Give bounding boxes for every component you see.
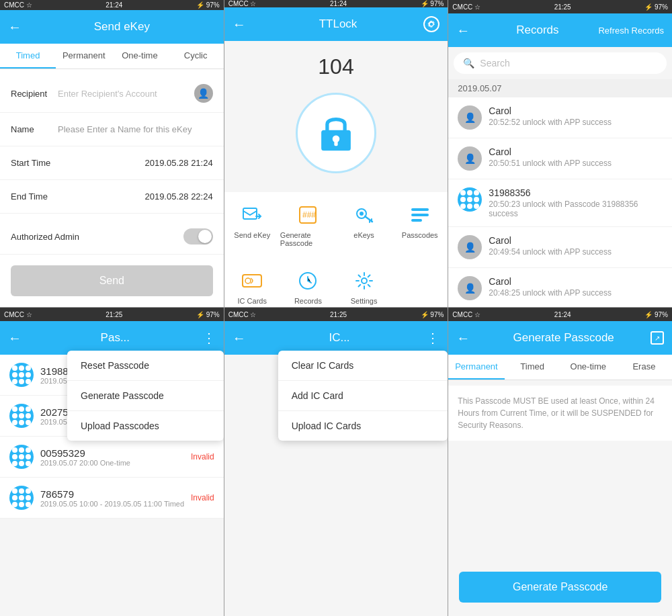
send-button[interactable]: Send — [11, 265, 213, 296]
dropdown-upload-passcodes[interactable]: Upload Passcodes — [67, 411, 224, 441]
svg-rect-10 — [411, 219, 422, 222]
screen3-title: Records — [476, 24, 598, 37]
passcode-icon-0 — [9, 363, 34, 387]
record-item-1: 👤 Carol 20:50:51 unlock with APP success — [448, 138, 672, 179]
screen-send-ekey: CMCC ☆ 21:24 ⚡ 97% ← Send eKey Timed Per… — [0, 0, 224, 307]
generate-passcode-button[interactable]: Generate Passcode — [459, 572, 661, 603]
authorized-toggle-row: Authorized Admin — [0, 219, 224, 255]
svg-rect-8 — [411, 208, 429, 211]
record-info-3: Carol 20:49:54 unlock with APP success — [489, 235, 612, 257]
contact-icon[interactable]: 👤 — [194, 84, 213, 103]
screen-records: CMCC ☆ 21:25 ⚡ 97% ← Records Refresh Rec… — [448, 0, 672, 307]
svg-point-14 — [362, 278, 367, 283]
dropdown-clear-ic-cards[interactable]: Clear IC Cards — [278, 351, 448, 381]
menu-send-ekey-label: Send eKey — [234, 231, 270, 239]
gen-tab-one-time[interactable]: One-time — [560, 355, 616, 380]
ttlock-menu: Send eKey ### Generate Passcode eKeys — [224, 192, 448, 307]
record-time-1: 20:50:51 unlock with APP success — [489, 159, 612, 168]
send-ekey-icon — [240, 203, 264, 227]
status-time-3: 21:25 — [554, 3, 571, 11]
record-item-0: 👤 Carol 20:52:52 unlock with APP success — [448, 97, 672, 138]
dropdown-generate-passcode[interactable]: Generate Passcode — [67, 381, 224, 411]
record-info-2: 31988356 20:50:23 unlock with Passcode 3… — [489, 187, 663, 218]
status-bar-5: CMCC ☆ 21:25 ⚡ 97% — [224, 308, 448, 321]
more-button-5[interactable]: ⋮ — [426, 330, 439, 346]
menu-records[interactable]: Records — [280, 258, 336, 307]
screen2-title: TTLock — [253, 17, 424, 31]
menu-settings[interactable]: Settings — [336, 258, 392, 307]
passcode-dropdown: Reset Passcode Generate Passcode Upload … — [67, 351, 224, 441]
menu-generate-passcode[interactable]: ### Generate Passcode — [280, 192, 336, 258]
back-button-5[interactable]: ← — [233, 331, 246, 346]
back-button-3[interactable]: ← — [456, 23, 470, 38]
passcode-icon-1 — [9, 404, 34, 428]
gen-tab-timed[interactable]: Timed — [505, 355, 560, 380]
status-bar-6: CMCC ☆ 21:24 ⚡ 97% — [448, 308, 672, 321]
status-battery-5: ⚡ 97% — [421, 311, 444, 318]
authorized-toggle[interactable] — [183, 228, 213, 245]
tab-cyclic[interactable]: Cyclic — [168, 44, 224, 69]
menu-ic-cards[interactable]: IC Cards — [224, 258, 280, 307]
record-item-3: 👤 Carol 20:49:54 unlock with APP success — [448, 227, 672, 268]
recipient-row: Recipient 👤 — [0, 75, 224, 113]
record-time-3: 20:49:54 unlock with APP success — [489, 247, 612, 257]
svg-rect-3 — [243, 208, 257, 219]
record-time-4: 20:48:25 unlock with APP success — [489, 288, 612, 298]
menu-passcodes[interactable]: Passcodes — [392, 192, 448, 258]
search-bar[interactable]: 🔍 Search — [454, 52, 667, 74]
camera-icon[interactable] — [423, 16, 439, 32]
bottom-row: CMCC ☆ 21:25 ⚡ 97% ← Pas... ⋮ 31988356 2… — [0, 308, 672, 616]
recipient-input[interactable] — [58, 89, 194, 99]
back-button-4[interactable]: ← — [8, 331, 22, 346]
back-button-1[interactable]: ← — [8, 19, 22, 35]
passcode-icon-3 — [9, 486, 34, 510]
svg-point-12 — [245, 278, 251, 283]
record-avatar-4: 👤 — [458, 276, 482, 300]
status-carrier-6: CMCC ☆ — [452, 311, 480, 318]
top-row: CMCC ☆ 21:24 ⚡ 97% ← Send eKey Timed Per… — [0, 0, 672, 308]
invalid-badge-3: Invalid — [191, 493, 214, 502]
dropdown-upload-ic-cards[interactable]: Upload IC Cards — [278, 411, 448, 441]
screen-ttlock: CMCC ☆ 21:24 ⚡ 97% ← TTLock 104 — [224, 0, 449, 307]
menu-send-ekey[interactable]: Send eKey — [224, 192, 280, 258]
record-name-4: Carol — [489, 276, 612, 287]
status-bar-3: CMCC ☆ 21:25 ⚡ 97% — [448, 0, 672, 13]
lock-number: 104 — [224, 41, 448, 86]
dropdown-reset-passcode[interactable]: Reset Passcode — [67, 351, 224, 381]
screen5-title: IC... — [253, 331, 427, 345]
dropdown-add-ic-card[interactable]: Add IC Card — [278, 381, 448, 411]
gen-spacer — [448, 441, 672, 572]
record-time-0: 20:52:52 unlock with APP success — [489, 118, 612, 127]
menu-ekeys[interactable]: eKeys — [336, 192, 392, 258]
send-ekey-form: Recipient 👤 Name Please Enter a Name for… — [0, 75, 224, 214]
main-container: CMCC ☆ 21:24 ⚡ 97% ← Send eKey Timed Per… — [0, 0, 672, 616]
lock-icon-container — [224, 86, 448, 187]
tab-permanent[interactable]: Permanent — [56, 44, 112, 69]
start-time-row: Start Time 2019.05.28 21:24 — [0, 146, 224, 180]
status-time-4: 21:25 — [106, 311, 122, 318]
passcodes-icon — [408, 203, 432, 227]
external-link-icon[interactable]: ↗ — [650, 331, 664, 345]
authorized-label: Authorized Admin — [11, 232, 183, 242]
more-button-4[interactable]: ⋮ — [202, 330, 216, 346]
record-name-3: Carol — [489, 235, 612, 246]
status-battery-4: ⚡ 97% — [196, 311, 220, 318]
tab-timed[interactable]: Timed — [0, 44, 56, 69]
gen-tab-erase[interactable]: Erase — [616, 355, 672, 380]
back-button-6[interactable]: ← — [456, 331, 470, 346]
tab-one-time[interactable]: One-time — [112, 44, 167, 69]
lock-circle — [296, 93, 376, 173]
status-bar-2: CMCC ☆ 21:24 ⚡ 97% — [224, 0, 448, 7]
ekeys-icon — [352, 203, 376, 227]
passcode-detail-2: 2019.05.07 20:00 One-time — [40, 459, 130, 467]
status-battery-1: ⚡ 97% — [196, 1, 220, 9]
status-bar-4: CMCC ☆ 21:25 ⚡ 97% — [0, 308, 224, 321]
start-value: 2019.05.28 21:24 — [58, 158, 213, 168]
gen-tab-permanent[interactable]: Permanent — [448, 355, 504, 380]
name-placeholder: Please Enter a Name for this eKey — [58, 124, 213, 134]
back-button-2[interactable]: ← — [233, 17, 246, 32]
ic-cards-dropdown: Clear IC Cards Add IC Card Upload IC Car… — [278, 351, 448, 441]
start-label: Start Time — [11, 158, 58, 168]
passcode-dots — [460, 190, 479, 209]
refresh-records-button[interactable]: Refresh Records — [598, 26, 664, 36]
